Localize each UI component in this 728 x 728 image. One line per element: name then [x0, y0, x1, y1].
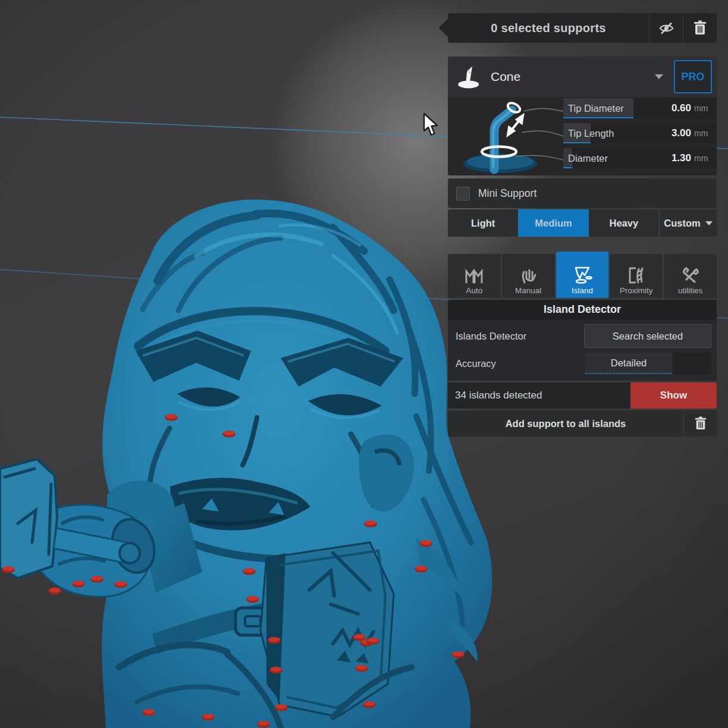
delete-islands-button[interactable] [683, 410, 717, 437]
mini-support-row: Mini Support [448, 178, 717, 208]
accuracy-filler [672, 353, 711, 374]
auto-supports-icon [464, 266, 484, 284]
proximity-icon [627, 266, 646, 284]
hide-supports-button[interactable] [649, 13, 683, 43]
density-medium-button[interactable]: Medium [518, 209, 588, 237]
support-type-selector[interactable]: Cone PRO [448, 57, 717, 97]
tab-utilities[interactable]: utilities [664, 254, 717, 298]
tab-proximity[interactable]: Proximity [610, 254, 663, 298]
support-panel: 0 selected supports Cone [448, 13, 717, 437]
pro-badge-button[interactable]: PRO [674, 60, 712, 93]
density-heavy-button[interactable]: Heavy [589, 209, 659, 237]
tip-length-field[interactable]: Tip Length 3.00 mm [563, 123, 717, 143]
island-detector-title: Island Detector [448, 300, 717, 319]
chevron-down-icon [705, 221, 713, 225]
tab-island[interactable]: Island [556, 252, 609, 298]
tip-diameter-field[interactable]: Tip Diameter 0.60 mm [563, 98, 717, 118]
show-islands-button[interactable]: Show [630, 382, 717, 409]
selection-bar: 0 selected supports [448, 13, 717, 43]
support-parameters: Tip Diameter 0.60 mm Tip Length 3.00 mm … [448, 97, 717, 175]
add-support-all-islands-button[interactable]: Add support to all islands [448, 410, 683, 437]
islands-detected-label: 34 islands detected [448, 382, 630, 409]
support-type-name: Cone [491, 70, 520, 84]
mini-support-checkbox[interactable] [456, 187, 470, 200]
island-footer-row: Add support to all islands [448, 410, 717, 437]
eye-off-icon [658, 20, 674, 36]
mouse-cursor [423, 113, 438, 137]
accuracy-detailed-dropdown[interactable]: Detailed [585, 353, 672, 374]
delete-supports-button[interactable] [683, 13, 717, 43]
island-detector-card: Island Detector Islands Detector Search … [448, 300, 717, 437]
accuracy-label: Accuracy [456, 358, 496, 369]
manual-supports-icon [519, 266, 538, 284]
tab-auto[interactable]: Auto [448, 254, 501, 298]
parameter-fields: Tip Diameter 0.60 mm Tip Length 3.00 mm … [563, 98, 717, 173]
density-selector: Light Medium Heavy Custom [448, 209, 717, 237]
support-mode-tabs: Auto Manual Island [448, 255, 717, 298]
island-icon [572, 265, 593, 284]
chevron-down-icon [655, 74, 663, 79]
accuracy-row: Accuracy Detailed [453, 350, 711, 377]
islands-detector-label: Islands Detector [456, 331, 526, 342]
islands-detector-row: Islands Detector Search selected [453, 322, 711, 350]
density-light-button[interactable]: Light [448, 209, 518, 237]
diameter-field[interactable]: Diameter 1.30 mm [563, 148, 717, 168]
utilities-icon [680, 266, 701, 284]
selected-supports-label: 0 selected supports [448, 13, 649, 43]
islands-status-row: 34 islands detected Show [448, 382, 717, 409]
tab-manual[interactable]: Manual [502, 254, 555, 298]
trash-icon [693, 20, 707, 36]
mini-support-label: Mini Support [478, 187, 536, 200]
density-custom-button[interactable]: Custom [659, 209, 717, 237]
search-selected-button[interactable]: Search selected [584, 324, 711, 348]
cone-support-icon [456, 63, 482, 90]
support-type-card: Cone PRO [448, 57, 717, 175]
trash-icon [694, 416, 707, 431]
